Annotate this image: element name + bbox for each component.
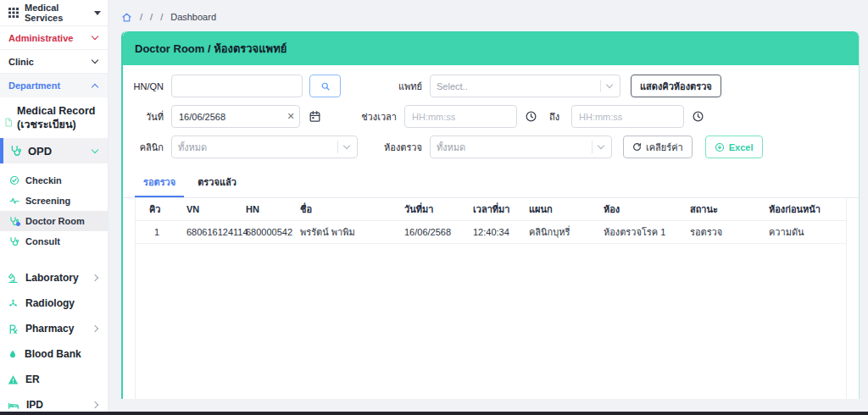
sidebar-item-administrative[interactable]: Administrative — [0, 26, 108, 50]
sub-item-label: Consult — [25, 236, 60, 246]
col-department: แผนก — [529, 202, 604, 217]
cell-visit-date: 16/06/2568 — [404, 227, 473, 237]
warning-triangle-icon — [8, 374, 19, 385]
clear-values-label: เคลียร์ค่า — [646, 140, 683, 155]
calendar-icon — [309, 110, 321, 123]
col-visit-time: เวลาที่มา — [473, 202, 529, 217]
search-button[interactable] — [309, 75, 341, 97]
sidebar-item-screening[interactable]: Screening — [0, 191, 108, 211]
chevron-down-icon — [606, 81, 613, 88]
cell-name: พรรัตน์ พาพิม — [300, 224, 404, 240]
download-circle-icon — [715, 142, 725, 152]
time-to-input[interactable] — [571, 105, 684, 128]
cell-department: คลินิกบุหรี่ — [529, 224, 604, 240]
tab-done[interactable]: ตรวจแล้ว — [189, 171, 245, 197]
col-visit-date: วันที่มา — [404, 202, 473, 217]
active-dot — [16, 222, 20, 226]
breadcrumb-sep: / — [160, 12, 163, 22]
sub-item-label: Checkin — [25, 175, 62, 185]
sub-item-label: Screening — [25, 196, 70, 206]
sidebar-item-opd[interactable]: OPD — [0, 138, 108, 163]
app-switcher[interactable]: Medical Services — [0, 0, 108, 26]
breadcrumb-sep: / — [150, 12, 153, 22]
breadcrumb-sep: / — [140, 12, 142, 22]
cell-room: ห้องตรวจโรค 1 — [604, 224, 690, 240]
sub-item-label: Doctor Room — [25, 216, 85, 226]
clear-date-icon[interactable]: ✕ — [281, 111, 300, 122]
hnqn-label: HN/QN — [133, 81, 171, 91]
page-title: Doctor Room / ห้องตรวจแพทย์ — [135, 40, 287, 58]
sidebar-item-radiology[interactable]: Radiology — [0, 290, 108, 316]
sidebar-item-consult[interactable]: Consult — [0, 231, 108, 252]
lower-item-label: IPD — [26, 399, 86, 411]
time-to-clock-button[interactable] — [692, 110, 704, 123]
chevron-right-icon — [92, 274, 98, 281]
breadcrumb: / / / Dashboard — [121, 8, 860, 25]
sidebar-item-blood-bank[interactable]: Blood Bank — [0, 341, 108, 367]
sidebar-item-er[interactable]: ER — [0, 367, 108, 392]
opd-label: OPD — [28, 145, 86, 158]
chevron-down-icon — [92, 57, 98, 64]
lower-item-label: Laboratory — [25, 272, 86, 284]
col-status: สถานะ — [690, 202, 769, 217]
sidebar-item-clinic[interactable]: Clinic — [0, 50, 108, 74]
cell-hn: 680000542 — [246, 227, 300, 237]
sidebar-item-checkin[interactable]: Checkin — [0, 170, 108, 191]
lower-item-label: Blood Bank — [25, 348, 97, 360]
section-label: Clinic — [8, 57, 34, 67]
cell-status: รอตรวจ — [690, 224, 769, 240]
excel-label: Excel — [729, 142, 754, 152]
refresh-icon — [632, 142, 642, 152]
calendar-button[interactable] — [309, 110, 321, 123]
chevron-up-icon — [92, 83, 98, 90]
section-label: Administrative — [8, 33, 73, 43]
filter-form: HN/QN แพทย์ Select.. แสดงคิวห้องตรวจ — [123, 65, 859, 168]
clear-values-button[interactable]: เคลียร์ค่า — [623, 136, 693, 158]
time-from-input[interactable] — [404, 105, 517, 128]
home-icon[interactable] — [121, 12, 132, 23]
sidebar: Medical Services Administrative Clinic D… — [0, 0, 108, 415]
sidebar-item-laboratory[interactable]: Laboratory — [0, 265, 108, 290]
excel-button[interactable]: Excel — [705, 136, 763, 158]
doctor-label: แพทย์ — [341, 79, 430, 94]
lower-item-label: Pharmacy — [25, 323, 86, 335]
clock-icon — [525, 110, 537, 123]
hnqn-input[interactable] — [171, 75, 303, 97]
sidebar-item-pharmacy[interactable]: Pharmacy — [0, 316, 108, 341]
cell-queue: 1 — [149, 227, 186, 237]
select-placeholder: Select.. — [437, 81, 597, 91]
show-queue-button[interactable]: แสดงคิวห้องตรวจ — [631, 75, 721, 97]
chevron-right-icon — [92, 401, 98, 408]
sidebar-item-medical-record[interactable]: Medical Record (เวชระเบียน) — [0, 97, 108, 138]
select-divider — [600, 80, 601, 92]
date-label: วันที่ — [133, 109, 171, 125]
bed-icon — [8, 400, 19, 411]
to-label: ถึง — [537, 109, 571, 125]
cell-vn: 680616124114 — [186, 227, 246, 237]
breadcrumb-current: Dashboard — [170, 12, 216, 22]
sidebar-item-department[interactable]: Department — [0, 74, 108, 97]
clinic-label: คลินิก — [133, 140, 171, 155]
col-previous-room: ห้องก่อนหน้า — [769, 202, 846, 217]
table-row[interactable]: 1 680616124114 680000542 พรรัตน์ พาพิม 1… — [136, 221, 846, 244]
col-vn: VN — [186, 204, 246, 214]
select-value: ทั้งหมด — [178, 140, 334, 155]
grid-icon — [8, 8, 19, 18]
window-bottom-edge — [0, 412, 868, 415]
medical-record-label: Medical Record (เวชระเบียน) — [17, 105, 95, 131]
clinic-select[interactable]: ทั้งหมด — [171, 136, 358, 158]
cell-visit-time: 12:40:34 — [473, 227, 529, 237]
sidebar-item-doctor-room[interactable]: Doctor Room — [0, 211, 108, 231]
doctor-room-panel: Doctor Room / ห้องตรวจแพทย์ HN/QN แพทย์ … — [121, 31, 860, 399]
time-from-clock-button[interactable] — [525, 110, 537, 123]
col-room: ห้อง — [604, 202, 690, 217]
col-queue: คิว — [149, 202, 186, 217]
chevron-down-icon — [92, 33, 98, 40]
lower-item-label: ER — [25, 374, 97, 385]
tab-waiting[interactable]: รอตรวจ — [135, 171, 184, 197]
doctor-select[interactable]: Select.. — [430, 75, 620, 97]
chevron-right-icon — [92, 325, 98, 332]
stethoscope-icon — [10, 145, 22, 157]
room-select[interactable]: ทั้งหมด — [430, 136, 612, 158]
chevron-down-icon — [598, 142, 604, 149]
